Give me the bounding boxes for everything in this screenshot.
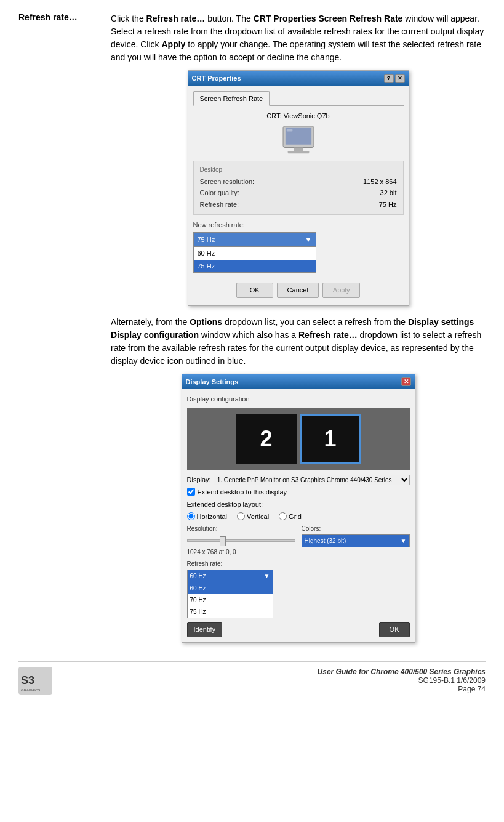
monitor-svg [280, 125, 317, 156]
vertical-radio-label[interactable]: Vertical [237, 512, 269, 522]
display-monitor-1: 1 [300, 414, 361, 464]
crt-tab-screen-refresh-rate[interactable]: Screen Refresh Rate [193, 91, 270, 107]
display-titlebar: Display Settings ✕ [182, 374, 415, 390]
refresh-rate-label: Refresh rate: [187, 559, 410, 568]
resolution-label: Resolution: [187, 524, 295, 533]
extend-desktop-row: Extend desktop to this display [187, 487, 410, 498]
display-select-row: Display: 1. Generic PnP Monitor on S3 Gr… [187, 475, 410, 485]
para1-text2: button. The [205, 14, 253, 23]
horizontal-radio[interactable] [187, 512, 195, 520]
monitor1-label: 1 [324, 422, 336, 456]
crt-dropdown-arrow-icon: ▼ [305, 235, 312, 245]
crt-monitor-icon [193, 125, 404, 156]
display-config-label: Display configuration [187, 394, 410, 405]
color-quality-label: Color quality: [200, 188, 239, 198]
desktop-row-color: Color quality: 32 bit [200, 188, 397, 198]
resolution-col: Resolution: 1024 x 768 at 0, 0 [187, 524, 295, 557]
svg-rect-3 [287, 151, 309, 153]
display-title-text: Display Settings [186, 377, 239, 387]
display-dialog-container: Display Settings ✕ Display configuration… [111, 374, 486, 643]
crt-close-button[interactable]: ✕ [395, 74, 405, 83]
para1-bold2: CRT Properties Screen Refresh Rate [254, 14, 403, 23]
footer-page: Page 74 [62, 685, 486, 693]
resolution-slider-track [187, 539, 295, 542]
colors-col: Colors: Highest (32 bit) ▼ [302, 524, 410, 557]
identify-button[interactable]: Identify [187, 622, 222, 637]
svg-text:S3: S3 [21, 674, 34, 687]
display-close-button[interactable]: ✕ [401, 377, 411, 386]
refresh-option-70hz[interactable]: 70 Hz [188, 594, 273, 606]
crt-dropdown-options: 60 Hz 75 Hz [193, 247, 316, 273]
resolution-colors-row: Resolution: 1024 x 768 at 0, 0 Colors: [187, 524, 410, 557]
display-ok-button[interactable]: OK [379, 622, 410, 637]
colors-dropdown[interactable]: Highest (32 bit) ▼ [302, 534, 410, 547]
footer-title: User Guide for Chrome 400/500 Series Gra… [62, 667, 486, 676]
crt-desktop-section: Desktop Screen resolution: 1152 x 864 Co… [193, 161, 404, 216]
vertical-label: Vertical [247, 512, 269, 522]
screen-res-value: 1152 x 864 [363, 177, 396, 187]
s3-graphics-logo: S3 GRAPHICS [18, 667, 52, 695]
svg-rect-4 [286, 129, 292, 131]
crt-dialog: CRT Properties ? ✕ Screen Refresh Rate [188, 70, 409, 306]
layout-radio-row: Horizontal Vertical Grid [187, 512, 410, 522]
footer-subtitle: SG195-B.1 1/6/2009 [62, 676, 486, 685]
para2-text3: window which also has a [199, 330, 298, 340]
new-refresh-section: New refresh rate: 75 Hz ▼ 60 Hz 75 Hz [193, 220, 404, 273]
crt-help-button[interactable]: ? [384, 74, 394, 83]
paragraph-1: Click the Refresh rate… button. The CRT … [111, 12, 486, 64]
crt-dialog-buttons: OK Cancel Apply [193, 279, 404, 300]
colors-selected: Highest (32 bit) [305, 536, 346, 546]
para2-text2: dropdown list, you can select a refresh … [222, 317, 408, 327]
page-container: Refresh rate… Click the Refresh rate… bu… [0, 0, 504, 822]
grid-radio-label[interactable]: Grid [279, 512, 302, 522]
svg-text:GRAPHICS: GRAPHICS [21, 688, 40, 692]
crt-dialog-container: CRT Properties ? ✕ Screen Refresh Rate [111, 70, 486, 306]
desktop-row-resolution: Screen resolution: 1152 x 864 [200, 177, 397, 187]
crt-option-75hz[interactable]: 75 Hz [194, 260, 316, 273]
section-label: Refresh rate… [18, 12, 111, 649]
resolution-value: 1024 x 768 at 0, 0 [187, 547, 295, 557]
display-body: Display configuration 2 1 D [182, 389, 415, 642]
para1-bold1: Refresh rate… [146, 14, 206, 23]
crt-tab-label: Screen Refresh Rate [200, 95, 263, 102]
crt-option-60hz[interactable]: 60 Hz [194, 247, 316, 260]
refresh-selected: 60 Hz [190, 571, 206, 581]
refresh-dropdown-options: 60 Hz 70 Hz 75 Hz [187, 582, 273, 618]
resolution-slider-thumb[interactable] [220, 536, 226, 546]
footer-text: User Guide for Chrome 400/500 Series Gra… [62, 667, 486, 693]
color-quality-value: 32 bit [380, 188, 397, 198]
svg-rect-2 [294, 147, 303, 151]
display-select-dropdown[interactable]: 1. Generic PnP Monitor on S3 Graphics Ch… [214, 475, 410, 485]
crt-ok-button[interactable]: OK [236, 283, 273, 298]
display-monitor-visual: 2 1 [187, 408, 410, 470]
crt-titlebar: CRT Properties ? ✕ [188, 71, 409, 86]
grid-label: Grid [289, 512, 302, 522]
crt-apply-button[interactable]: Apply [322, 283, 361, 298]
refresh-rate-label: Refresh rate: [200, 199, 239, 210]
extend-desktop-checkbox[interactable] [187, 488, 195, 496]
refresh-dropdown-arrow-icon: ▼ [264, 571, 270, 581]
para2-bold3: Refresh rate… [298, 330, 358, 340]
crt-dropdown-selected: 75 Hz [198, 235, 215, 245]
vertical-radio[interactable] [237, 512, 245, 520]
horizontal-radio-label[interactable]: Horizontal [187, 512, 228, 522]
crt-refresh-dropdown[interactable]: 75 Hz ▼ [193, 232, 316, 248]
refresh-option-60hz[interactable]: 60 Hz [188, 582, 273, 594]
display-dialog: Display Settings ✕ Display configuration… [182, 374, 415, 643]
crt-cancel-button[interactable]: Cancel [277, 283, 319, 298]
refresh-rate-col: Refresh rate: 60 Hz ▼ 60 Hz 70 Hz 75 Hz [187, 559, 410, 618]
para1-bold3: Apply [161, 39, 185, 49]
display-monitor-2: 2 [236, 414, 297, 464]
right-content: Click the Refresh rate… button. The CRT … [111, 12, 486, 649]
refresh-rate-dropdown[interactable]: 60 Hz ▼ [187, 570, 273, 582]
page-footer: S3 GRAPHICS User Guide for Chrome 400/50… [18, 661, 486, 695]
crt-titlebar-buttons: ? ✕ [384, 74, 405, 83]
new-refresh-label: New refresh rate: [193, 220, 404, 230]
grid-radio[interactable] [279, 512, 287, 520]
display-bottom-row: Identify OK [187, 622, 410, 637]
crt-title-text: CRT Properties [192, 73, 241, 84]
crt-dialog-body: Screen Refresh Rate CRT: ViewSonic Q7b [188, 86, 409, 305]
resolution-slider-container [187, 534, 295, 547]
colors-dropdown-arrow-icon: ▼ [401, 536, 407, 546]
refresh-option-75hz[interactable]: 75 Hz [188, 606, 273, 618]
